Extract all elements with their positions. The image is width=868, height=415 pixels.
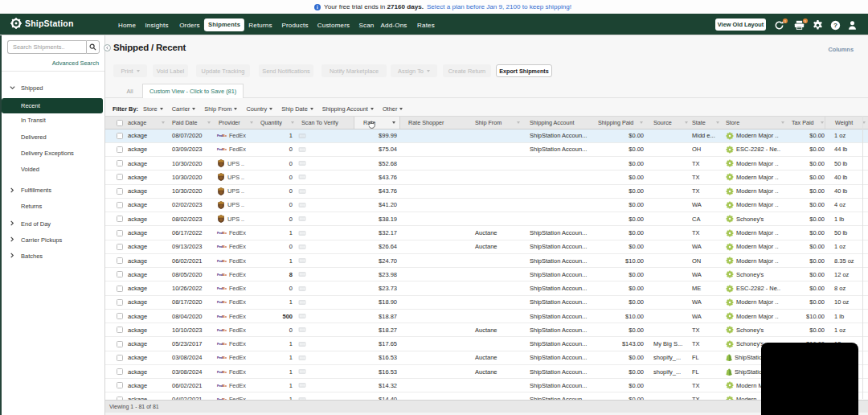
svg-text:?: ? [833,22,837,29]
